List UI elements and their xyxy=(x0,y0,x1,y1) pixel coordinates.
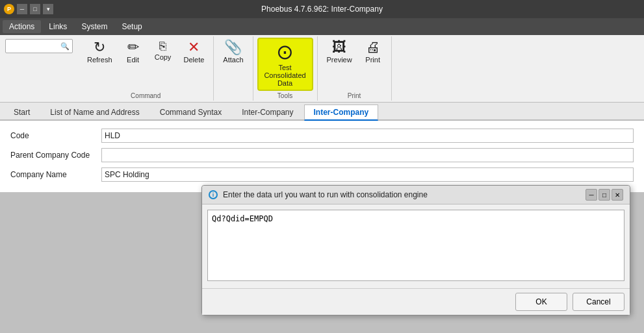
title-bar: P ─ □ ▾ Phoebus 4.7.6.962: Inter-Company xyxy=(0,0,644,18)
attach-button[interactable]: 📎 Attach xyxy=(218,38,248,66)
print-section-label: Print xyxy=(348,91,361,99)
delete-button[interactable]: ✕ Delete xyxy=(179,38,210,66)
dialog-close[interactable]: ✕ xyxy=(612,189,623,201)
tab-inter-company-1[interactable]: Inter-Company xyxy=(232,105,303,119)
dialog-minimize[interactable]: ─ xyxy=(586,189,597,201)
print-icon: 🖨 xyxy=(366,40,380,55)
ribbon-print-section: 🖼 Preview 🖨 Print Print xyxy=(318,36,392,101)
dialog-title-bar: i Enter the data url you want to run wit… xyxy=(202,186,630,204)
field-row-company: Company Name xyxy=(10,166,634,183)
menu-actions[interactable]: Actions xyxy=(3,20,41,33)
preview-button[interactable]: 🖼 Preview xyxy=(322,38,357,66)
edit-button[interactable]: ✏ Edit xyxy=(119,38,148,66)
parent-code-input[interactable] xyxy=(101,148,634,162)
attach-icon: 📎 xyxy=(224,40,242,55)
test-consolidated-button[interactable]: ⊙ Test Consolidated Data xyxy=(257,38,313,91)
dialog-title: Enter the data url you want to run with … xyxy=(223,190,580,199)
edit-label: Edit xyxy=(127,56,139,64)
preview-label: Preview xyxy=(327,56,352,64)
edit-icon: ✏ xyxy=(127,40,139,55)
tab-inter-company-2[interactable]: Inter-Company xyxy=(304,105,379,121)
parent-code-label: Parent Company Code xyxy=(10,151,101,160)
refresh-button[interactable]: ↻ Refresh xyxy=(82,38,118,66)
command-section-label: Command xyxy=(131,91,161,99)
tools-section-label: Tools xyxy=(277,91,292,99)
dialog-url-input[interactable]: Qd?Qdid=EMPQD xyxy=(207,210,625,281)
ribbon-search-box[interactable]: 🔍 xyxy=(5,39,73,53)
search-icon: 🔍 xyxy=(60,42,70,51)
company-name-input[interactable] xyxy=(101,167,634,182)
dialog: i Enter the data url you want to run wit… xyxy=(201,185,630,315)
code-label: Code xyxy=(10,131,101,140)
main-content: Code Parent Company Code Company Name xyxy=(0,121,644,192)
ribbon-command-section: ↻ Refresh ✏ Edit ⎘ Copy ✕ Delete Command xyxy=(78,36,214,101)
test-consolidated-label: Test Consolidated Data xyxy=(263,64,308,87)
delete-icon: ✕ xyxy=(188,40,200,55)
ribbon-tools-section: ⊙ Test Consolidated Data Tools xyxy=(253,36,318,101)
tab-start[interactable]: Start xyxy=(4,105,40,119)
title-minimize[interactable]: ─ xyxy=(17,4,27,14)
preview-icon: 🖼 xyxy=(332,40,346,55)
tab-list-name-address[interactable]: List of Name and Address xyxy=(40,105,149,119)
dialog-info-icon: i xyxy=(209,190,218,199)
menu-system[interactable]: System xyxy=(75,20,114,33)
dialog-maximize[interactable]: □ xyxy=(599,189,610,201)
field-row-parent: Parent Company Code xyxy=(10,147,634,164)
tab-bar: Start List of Name and Address Command S… xyxy=(0,103,644,121)
test-consolidated-icon: ⊙ xyxy=(276,42,294,62)
field-row-code: Code xyxy=(10,127,634,144)
refresh-icon: ↻ xyxy=(94,40,105,55)
menu-setup[interactable]: Setup xyxy=(115,20,148,33)
menu-bar: Actions Links System Setup xyxy=(0,18,644,35)
company-name-label: Company Name xyxy=(10,170,101,179)
copy-button[interactable]: ⎘ Copy xyxy=(149,38,177,64)
code-input[interactable] xyxy=(101,129,634,143)
dialog-ok-button[interactable]: OK xyxy=(515,293,567,311)
window-title: Phoebus 4.7.6.962: Inter-Company xyxy=(261,5,383,14)
search-input[interactable] xyxy=(8,42,60,50)
dialog-footer: OK Cancel xyxy=(202,288,630,315)
app-icon: P xyxy=(4,4,14,14)
copy-label: Copy xyxy=(155,53,172,61)
ribbon-attach-section: 📎 Attach xyxy=(214,36,253,101)
refresh-label: Refresh xyxy=(87,56,112,64)
print-button[interactable]: 🖨 Print xyxy=(359,38,387,66)
copy-icon: ⎘ xyxy=(159,40,166,52)
dialog-cancel-button[interactable]: Cancel xyxy=(573,293,625,311)
attach-label: Attach xyxy=(223,56,243,64)
ribbon: 🔍 ↻ Refresh ✏ Edit ⎘ Copy ✕ Delete Comma… xyxy=(0,35,644,103)
delete-label: Delete xyxy=(184,56,205,64)
tab-command-syntax[interactable]: Command Syntax xyxy=(150,105,231,119)
title-arrow[interactable]: ▾ xyxy=(43,4,53,14)
print-label: Print xyxy=(365,56,380,64)
menu-links[interactable]: Links xyxy=(42,20,73,33)
title-restore[interactable]: □ xyxy=(30,4,40,14)
dialog-body: Qd?Qdid=EMPQD xyxy=(202,204,630,288)
